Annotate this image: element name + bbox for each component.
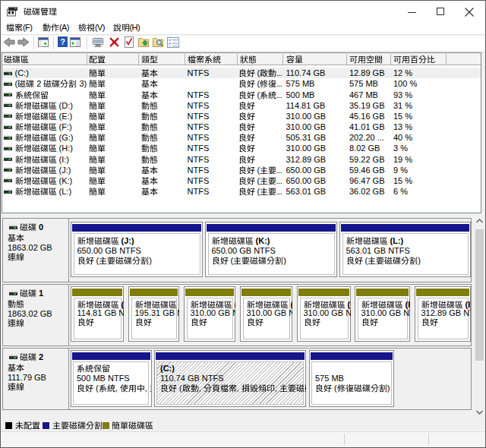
svg-text:?: ? [60, 37, 65, 46]
